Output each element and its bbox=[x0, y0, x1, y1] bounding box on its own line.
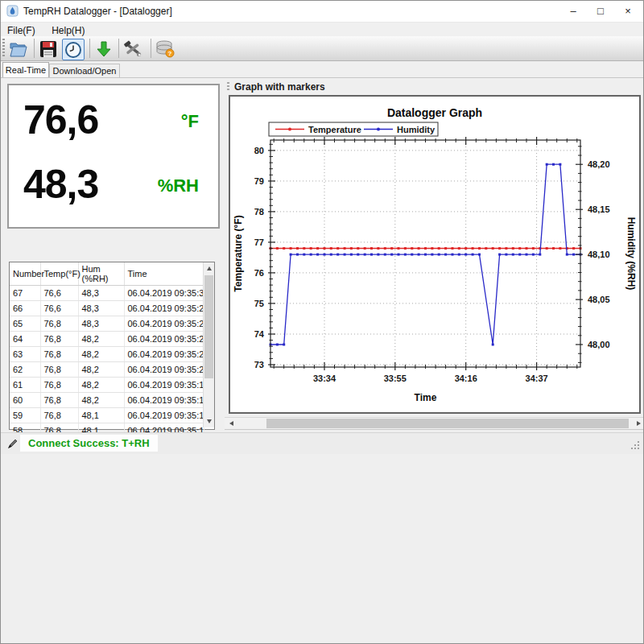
hscrollbar-thumb[interactable] bbox=[266, 419, 629, 428]
window-title: TempRH Datalogger - [Datalogger] bbox=[23, 6, 172, 17]
col-time[interactable]: Time bbox=[124, 262, 204, 286]
save-floppy-icon bbox=[39, 40, 57, 58]
tab-real-time[interactable]: Real-Time bbox=[2, 62, 49, 77]
table-vertical-scrollbar[interactable] bbox=[203, 262, 214, 427]
svg-text:?: ? bbox=[168, 50, 172, 57]
triangle-down-icon bbox=[207, 419, 212, 423]
tab-download-open[interactable]: Download/Open bbox=[49, 64, 120, 77]
tab-strip: Real-Time Download/Open bbox=[1, 62, 643, 78]
col-temp[interactable]: Temp(°F) bbox=[40, 262, 78, 286]
humidity-unit: %RH bbox=[158, 175, 199, 196]
svg-text:48,20: 48,20 bbox=[588, 159, 610, 169]
connection-pen-icon bbox=[7, 438, 19, 449]
table-row[interactable]: 5976,848,106.04.2019 09:35:14 bbox=[10, 408, 204, 423]
svg-text:48,10: 48,10 bbox=[588, 250, 610, 259]
toolbar-separator bbox=[118, 39, 119, 58]
svg-text:76: 76 bbox=[254, 268, 264, 278]
svg-text:80: 80 bbox=[254, 146, 264, 155]
svg-text:Temperature: Temperature bbox=[308, 125, 361, 134]
table-row[interactable]: 6076,848,206.04.2019 09:35:16 bbox=[10, 393, 204, 408]
scroll-down-button[interactable] bbox=[204, 415, 214, 427]
triangle-left-icon bbox=[229, 421, 233, 426]
svg-text:33:34: 33:34 bbox=[313, 374, 336, 383]
triangle-up-icon bbox=[207, 266, 212, 270]
datalogger-chart-svg: 33:3433:5534:1634:37737475767778798048,0… bbox=[230, 97, 639, 412]
graph-panel-title: Graph with markers bbox=[234, 81, 325, 93]
graph-panel-header: Graph with markers bbox=[227, 80, 325, 93]
temperature-reading-row: 76,6 °F bbox=[9, 97, 218, 161]
scroll-right-button[interactable] bbox=[633, 418, 644, 429]
svg-text:34:37: 34:37 bbox=[526, 374, 548, 383]
svg-text:Humidity: Humidity bbox=[397, 125, 436, 134]
open-folder-icon bbox=[9, 40, 28, 58]
panel-grip-icon bbox=[227, 82, 229, 92]
settings-tools-button[interactable] bbox=[122, 39, 143, 59]
download-button[interactable] bbox=[93, 39, 114, 59]
table-row[interactable]: 6176,848,206.04.2019 09:35:18 bbox=[10, 378, 204, 393]
table-row[interactable]: 6476,848,206.04.2019 09:35:25 bbox=[10, 332, 204, 347]
clock-icon bbox=[64, 41, 82, 59]
svg-text:78: 78 bbox=[254, 207, 264, 217]
database-help-button[interactable]: ? bbox=[155, 39, 175, 59]
chart-horizontal-scrollbar[interactable] bbox=[225, 417, 644, 430]
svg-text:Temperature (°F): Temperature (°F) bbox=[233, 215, 244, 291]
svg-text:74: 74 bbox=[254, 329, 265, 339]
table-header-row: Number Temp(°F) Hum (%RH) Time bbox=[10, 262, 204, 286]
toolbar-separator bbox=[89, 39, 90, 58]
download-arrow-icon bbox=[95, 40, 113, 58]
tools-icon bbox=[123, 40, 142, 58]
scroll-left-button[interactable] bbox=[225, 418, 237, 429]
minimize-button[interactable]: – bbox=[559, 1, 587, 22]
temperature-unit: °F bbox=[181, 111, 199, 132]
maximize-button[interactable]: □ bbox=[587, 1, 614, 22]
table-row[interactable]: 6376,848,206.04.2019 09:35:23 bbox=[10, 347, 204, 362]
datalog-table-body: 6776,648,306.04.2019 09:35:316676,648,30… bbox=[10, 286, 204, 439]
toolbar-grip bbox=[2, 39, 5, 58]
realtime-clock-button[interactable] bbox=[62, 39, 85, 60]
save-button[interactable] bbox=[38, 39, 59, 59]
svg-text:48,15: 48,15 bbox=[588, 204, 610, 214]
resize-grip-icon[interactable] bbox=[630, 440, 640, 450]
title-bar: TempRH Datalogger - [Datalogger] – □ × bbox=[1, 1, 643, 23]
status-message: Connect Success: T+RH bbox=[28, 437, 150, 449]
scroll-up-button[interactable] bbox=[204, 262, 214, 275]
toolbar: ? bbox=[1, 36, 643, 61]
triangle-right-icon bbox=[637, 421, 641, 426]
svg-text:48,00: 48,00 bbox=[588, 340, 610, 349]
humidity-value: 48,3 bbox=[23, 161, 98, 208]
col-hum[interactable]: Hum (%RH) bbox=[78, 262, 124, 286]
svg-text:73: 73 bbox=[254, 360, 264, 369]
col-number[interactable]: Number bbox=[10, 262, 40, 286]
svg-text:Datalogger Graph: Datalogger Graph bbox=[387, 106, 482, 119]
status-bar: Connect Success: T+RH bbox=[1, 432, 643, 454]
toolbar-separator bbox=[151, 39, 151, 58]
svg-text:48,05: 48,05 bbox=[588, 295, 610, 304]
svg-text:33:55: 33:55 bbox=[384, 374, 407, 383]
table-row[interactable]: 6776,648,306.04.2019 09:35:31 bbox=[10, 286, 204, 301]
temperature-value: 76,6 bbox=[23, 97, 98, 143]
datalog-table: Number Temp(°F) Hum (%RH) Time 6776,648,… bbox=[9, 262, 215, 430]
svg-text:Humidity (%RH): Humidity (%RH) bbox=[625, 217, 637, 291]
humidity-reading-row: 48,3 %RH bbox=[9, 161, 218, 225]
app-window: TempRH Datalogger - [Datalogger] – □ × F… bbox=[0, 0, 644, 644]
svg-text:34:16: 34:16 bbox=[455, 374, 477, 383]
chart-panel: 33:3433:5534:1634:37737475767778798048,0… bbox=[229, 95, 641, 414]
toolbar-separator bbox=[34, 39, 35, 58]
table-row[interactable]: 6276,848,206.04.2019 09:35:21 bbox=[10, 362, 204, 378]
scrollbar-thumb[interactable] bbox=[204, 275, 213, 378]
menu-bar: File(F) Help(H) bbox=[1, 23, 643, 36]
svg-text:75: 75 bbox=[254, 299, 264, 308]
table-row[interactable]: 6676,648,306.04.2019 09:35:29 bbox=[10, 301, 204, 316]
database-help-icon: ? bbox=[155, 39, 175, 59]
open-file-button[interactable] bbox=[8, 39, 29, 59]
svg-text:79: 79 bbox=[254, 176, 264, 186]
svg-text:Time: Time bbox=[415, 392, 437, 403]
status-message-chip: Connect Success: T+RH bbox=[20, 435, 158, 452]
close-button[interactable]: × bbox=[614, 1, 642, 22]
svg-text:77: 77 bbox=[254, 237, 264, 247]
app-logo-icon bbox=[6, 5, 19, 17]
current-readings-panel: 76,6 °F 48,3 %RH bbox=[7, 84, 220, 229]
table-row[interactable]: 6576,848,306.04.2019 09:35:27 bbox=[10, 316, 204, 332]
